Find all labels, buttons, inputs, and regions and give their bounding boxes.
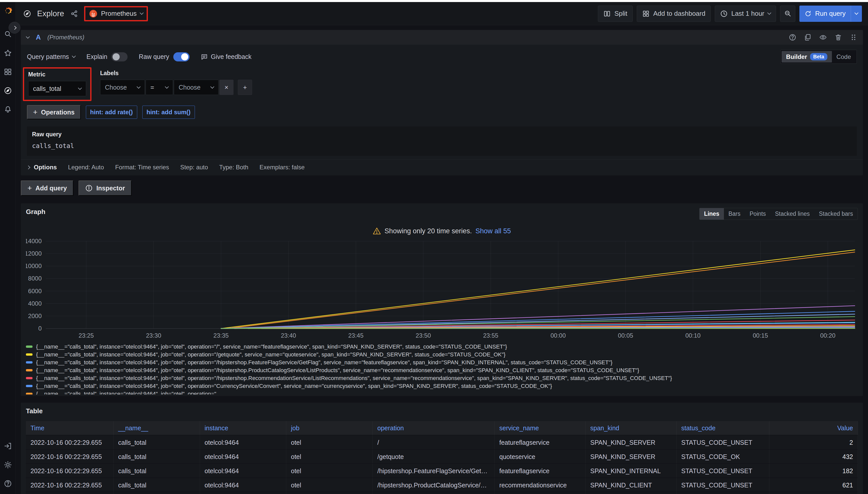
column-header-name[interactable]: __name__ — [113, 421, 200, 435]
alerting-bell-icon[interactable] — [3, 105, 12, 114]
table-cell: recommendationservice — [495, 478, 586, 492]
table-cell: 2022-10-16 00:22:29.655 — [26, 435, 113, 450]
add-query-button[interactable]: + Add query — [21, 180, 73, 196]
grafana-logo[interactable] — [2, 5, 14, 17]
drag-handle-icon[interactable] — [850, 34, 857, 41]
svg-text:10000: 10000 — [26, 263, 42, 269]
graph-mode-stacked-bars[interactable]: Stacked bars — [814, 208, 857, 220]
inspector-button[interactable]: Inspector — [78, 180, 132, 196]
comment-icon — [201, 53, 208, 60]
add-operations-button[interactable]: + Operations — [27, 105, 81, 119]
builder-mode-tab[interactable]: Builder Beta — [782, 51, 832, 62]
table-cell: 621 — [770, 478, 858, 492]
metric-highlight-frame: Metric calls_total — [23, 67, 91, 101]
collapse-chevron-icon[interactable] — [26, 35, 30, 39]
star-icon[interactable] — [3, 49, 12, 57]
query-ref-id[interactable]: A — [36, 34, 41, 41]
run-query-caret[interactable] — [851, 5, 862, 22]
column-header-servicename[interactable]: service_name — [495, 421, 586, 435]
datasource-picker[interactable]: Prometheus — [89, 10, 143, 18]
zoom-out-button[interactable] — [780, 5, 795, 22]
raw-query-label: Raw query — [139, 53, 169, 60]
metric-select[interactable]: calls_total — [28, 81, 86, 96]
gear-icon[interactable] — [3, 460, 12, 469]
legend-item[interactable]: {__name__="calls_total", instance="otelc… — [26, 358, 858, 366]
hint-add-sum-button[interactable]: hint: add sum() — [142, 106, 195, 119]
column-header-time[interactable]: Time — [26, 421, 113, 435]
show-all-series-link[interactable]: Show all 55 — [475, 227, 511, 235]
legend-item[interactable]: {__name__="calls_total", instance="otelc… — [26, 343, 858, 350]
time-series-chart: 23:2523:3023:3523:4023:4523:5023:5500:00… — [26, 239, 858, 340]
table-cell: 2022-10-16 00:22:29.655 — [26, 464, 113, 478]
help-icon[interactable] — [3, 479, 12, 488]
dashboards-icon[interactable] — [3, 68, 12, 76]
hint-add-rate-button[interactable]: hint: add rate() — [86, 106, 137, 119]
table-cell: SPAN_KIND_CLIENT — [586, 478, 677, 492]
add-to-dashboard-button[interactable]: Add to dashboard — [637, 5, 711, 22]
table-cell: /getquote — [373, 450, 495, 464]
explain-toggle[interactable] — [111, 52, 128, 61]
graph-mode-points[interactable]: Points — [745, 208, 771, 220]
svg-text:00:05: 00:05 — [618, 332, 633, 339]
label-key-select[interactable]: Choose — [100, 80, 145, 95]
legend-swatch — [26, 393, 33, 395]
table-cell: calls_total — [113, 478, 200, 492]
datasource-highlight-frame: Prometheus — [84, 6, 148, 21]
time-range-picker[interactable]: Last 1 hour — [715, 5, 776, 22]
label-operator-select[interactable]: = — [146, 80, 173, 95]
labels-label: Labels — [100, 70, 252, 77]
legend-item[interactable]: {__name__="calls_total", instance="otelc… — [26, 374, 858, 382]
add-label-filter-button[interactable]: + — [238, 80, 252, 95]
table-cell: SPAN_KIND_SERVER — [586, 450, 677, 464]
refresh-icon — [804, 10, 812, 17]
graph-mode-bars[interactable]: Bars — [724, 208, 745, 220]
options-toggle[interactable]: Options — [27, 164, 57, 171]
hide-query-eye-icon[interactable] — [819, 34, 827, 41]
column-header-operation[interactable]: operation — [373, 421, 495, 435]
metric-labels-row: Metric calls_total Labels Choose = Choo — [21, 66, 863, 97]
delete-query-trash-icon[interactable] — [834, 34, 842, 41]
legend-swatch — [26, 377, 33, 379]
graph-mode-lines[interactable]: Lines — [700, 208, 724, 220]
svg-text:23:25: 23:25 — [78, 332, 94, 339]
query-help-icon[interactable] — [789, 34, 796, 41]
table-cell: /hipstershop.ProductCatalogService/ListP… — [373, 478, 495, 492]
query-patterns-dropdown[interactable]: Query patterns — [27, 53, 75, 60]
legend-label: {__name__="calls_total", instance="otelc… — [36, 367, 639, 374]
run-query-button[interactable]: Run query — [799, 5, 862, 22]
label-value-select[interactable]: Choose — [174, 80, 218, 95]
sign-in-icon[interactable] — [3, 442, 12, 450]
legend-item[interactable]: {__name__="calls_total", instance="otelc… — [26, 366, 858, 374]
legend-item[interactable]: {__name__="calls_total", instance="otelc… — [26, 350, 858, 358]
table-cell: otelcol:9464 — [200, 478, 286, 492]
code-mode-tab[interactable]: Code — [832, 51, 855, 62]
explore-compass-icon[interactable] — [3, 86, 12, 95]
legend-item[interactable]: {__name__="calls_total", instance="otelc… — [26, 382, 858, 390]
table-cell: featureflagservice — [495, 464, 586, 478]
query-editor-panel: A (Prometheus) Query patterns Explain Ra… — [21, 30, 863, 175]
column-header-statuscode[interactable]: status_code — [677, 421, 770, 435]
column-header-job[interactable]: job — [286, 421, 373, 435]
option-step: Step: auto — [180, 164, 208, 171]
column-header-spankind[interactable]: span_kind — [586, 421, 677, 435]
apps-grid-icon — [642, 10, 650, 18]
legend-item[interactable]: {__name__="calls_total", instance="otelc… — [26, 390, 858, 395]
split-button[interactable]: Split — [598, 5, 633, 22]
duplicate-query-icon[interactable] — [804, 34, 812, 41]
chevron-right-icon — [26, 165, 31, 169]
table-cell: otel — [286, 435, 373, 450]
raw-query-toggle[interactable] — [173, 52, 189, 61]
svg-text:00:00: 00:00 — [550, 332, 566, 339]
graph-mode-stacked-lines[interactable]: Stacked lines — [771, 208, 814, 220]
sidebar-expand-button[interactable] — [8, 22, 20, 34]
remove-label-filter-button[interactable]: × — [219, 80, 234, 95]
svg-text:2000: 2000 — [28, 312, 42, 319]
column-header-value[interactable]: Value — [770, 421, 858, 435]
plus-icon: + — [33, 108, 38, 116]
table-cell: SPAN_KIND_SERVER — [586, 492, 677, 494]
table-cell: 2022-10-16 00:22:29.655 — [26, 450, 113, 464]
share-icon[interactable] — [70, 10, 78, 18]
table-cell: otel — [286, 450, 373, 464]
give-feedback-link[interactable]: Give feedback — [201, 53, 252, 60]
column-header-instance[interactable]: instance — [200, 421, 286, 435]
